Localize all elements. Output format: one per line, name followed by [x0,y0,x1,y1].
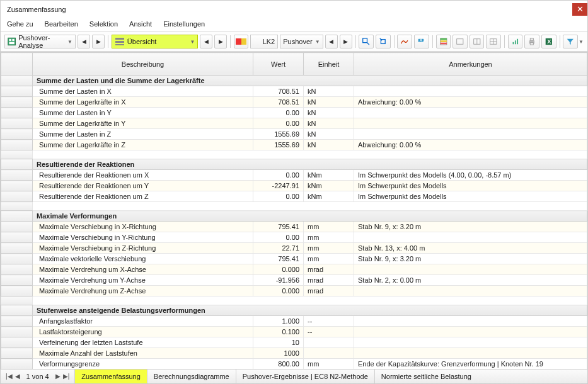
table-row[interactable]: Summe der Lasten in Z1555.69kN [1,129,587,140]
table-row[interactable]: Maximale vektorielle Verschiebung795.41m… [1,254,587,264]
header-value[interactable]: Wert [253,53,304,76]
table-row[interactable]: Resultierende der Reaktionen um Y-2247.9… [1,181,587,191]
svg-rect-23 [517,39,518,44]
footer-tab[interactable]: Pushover-Ergebnisse | EC8 N2-Methode [236,370,374,383]
menu-edit[interactable]: Bearbeiten [45,20,78,28]
zoom-out-button[interactable] [376,35,391,48]
cell-unit: kN [304,129,354,140]
chart-button[interactable] [508,35,523,48]
excel-export-button[interactable]: X [541,35,556,48]
prev-analysis-button[interactable]: ◀ [78,35,90,48]
cell-value: 0.100 [253,327,304,337]
menubar: Gehe zu Bearbeiten Selektion Ansicht Ein… [1,18,587,32]
analysis-icon [8,37,16,47]
table-row[interactable]: Summe der Lasten in X708.51kN [1,86,587,97]
prev-lc-button[interactable]: ◀ [325,35,338,48]
next-analysis-button[interactable]: ▶ [92,35,105,48]
menu-selection[interactable]: Selektion [89,20,118,28]
cell-unit: kNm [304,181,354,191]
footer-tab[interactable]: Normierte seitliche Belastung [374,370,478,383]
view-3-button[interactable] [486,35,501,48]
header-unit[interactable]: Einheit [304,53,354,76]
next-view-button[interactable]: ▶ [214,35,227,48]
table-row[interactable]: Maximale Verdrehung um Y-Achse-91.956mra… [1,275,587,286]
table-row[interactable]: Maximale Verschiebung in X-Richtung795.4… [1,222,587,232]
overview-select[interactable]: Übersicht ▼ [112,35,199,48]
cell-description: Lastfaktorsteigerung [33,327,253,337]
pushover-select[interactable]: Pushover ▼ [280,35,323,48]
next-lc-button[interactable]: ▶ [340,35,352,48]
cell-value: -2247.91 [253,181,304,191]
cell-unit: kN [304,86,354,97]
table-row[interactable]: Summe der Lagerkräfte in Z1555.69kNAbwei… [1,140,587,150]
prev-page-button[interactable]: ◀ [15,373,20,380]
cell-note [354,327,587,337]
last-page-button[interactable]: ▶| [63,373,70,380]
table-row[interactable]: Anfangslastfaktor1.000-- [1,316,587,327]
chevron-down-icon: ▼ [579,39,584,45]
view-colored-button[interactable] [436,35,451,48]
cell-value: 795.41 [253,254,304,264]
panel-split-icon [473,37,481,47]
table-row[interactable]: Summe der Lagerkräfte in X708.51kNAbweic… [1,97,587,108]
prev-view-button[interactable]: ◀ [200,35,212,48]
header-description[interactable]: Beschreibung [33,53,253,76]
svg-rect-13 [440,40,446,42]
first-page-button[interactable]: |◀ [6,373,13,380]
table-row[interactable]: Maximale Verschiebung in Y-Richtung0.00m… [1,232,587,243]
table-row[interactable]: Summe der Lagerkräfte in Y0.00kN [1,118,587,129]
cell-description: Maximale Verschiebung in X-Richtung [33,222,253,232]
table-row[interactable]: Verfeinerung der letzten Laststufe10 [1,337,587,348]
zoom-out-icon [379,37,388,47]
print-button[interactable] [524,35,539,48]
cell-value: 708.51 [253,97,304,108]
svg-rect-1 [9,39,11,41]
cell-value: 0.00 [253,118,304,129]
footer-tab[interactable]: Berechnungsdiagramme [147,370,236,383]
menu-goto[interactable]: Gehe zu [7,20,33,28]
filter-button[interactable] [563,35,578,48]
view-2-button[interactable] [470,35,485,48]
close-button[interactable]: ✕ [572,3,587,16]
svg-text:x.xx: x.xx [419,37,425,43]
cell-unit: kN [304,97,354,108]
cell-note [354,348,587,359]
cell-value: 0.000 [253,286,304,296]
cell-value: 22.71 [253,243,304,254]
table-row[interactable]: Lastfaktorsteigerung0.100-- [1,327,587,337]
cell-unit: kN [304,140,354,150]
header-notes[interactable]: Anmerkungen [354,53,587,76]
loadcase-select[interactable]: LK2 [250,35,278,48]
loadcase-colors[interactable] [234,35,248,48]
analysis-select[interactable]: Pushover-Analyse ▼ [4,35,76,48]
table-row[interactable]: Resultierende der Reaktionen um Z0.00kNm… [1,191,587,202]
label-toggle-button[interactable]: x.xx [414,35,429,48]
yellow-square-icon [241,38,247,45]
table-row[interactable]: Resultierende der Reaktionen um X0.00kNm… [1,170,587,181]
zoom-in-button[interactable] [359,35,374,48]
table-row[interactable]: Maximale Verschiebung in Z-Richtung22.71… [1,243,587,254]
cell-description: Maximale Anzahl der Laststufen [33,348,253,359]
view-1-button[interactable] [453,35,468,48]
footer-tab[interactable]: Zusammenfassung [74,370,147,383]
window-title: Zusammenfassung [7,6,66,13]
cell-description: Summe der Lagerkräfte in X [33,97,253,108]
section-title: Maximale Verformungen [33,211,587,222]
table-row[interactable]: Maximale Verdrehung um X-Achse0.000mrad [1,264,587,275]
cell-note: Im Schwerpunkt des Modells (4.00, 0.00, … [354,170,587,181]
cell-description: Summe der Lagerkräfte in Y [33,118,253,129]
footer: |◀ ◀ 1 von 4 ▶ ▶| ZusammenfassungBerechn… [1,369,587,383]
footer-tabs: ZusammenfassungBerechnungsdiagrammePusho… [74,370,478,383]
table-row[interactable]: Maximale Anzahl der Laststufen1000 [1,348,587,359]
table-row[interactable]: Verformungsgrenze800.00mmEnde der Kapazi… [1,359,587,369]
cell-value: 1.000 [253,316,304,327]
menu-view[interactable]: Ansicht [129,20,152,28]
table-row[interactable]: Maximale Verdrehung um Z-Achse0.000mrad [1,286,587,296]
results-toggle-button[interactable] [397,35,412,48]
data-table-wrap[interactable]: Beschreibung Wert Einheit Anmerkungen Su… [1,52,587,369]
table-row[interactable]: Summe der Lasten in Y0.00kN [1,108,587,118]
cell-value: 1000 [253,348,304,359]
next-page-button[interactable]: ▶ [55,373,61,380]
menu-settings[interactable]: Einstellungen [163,20,205,28]
svg-rect-2 [12,39,14,41]
